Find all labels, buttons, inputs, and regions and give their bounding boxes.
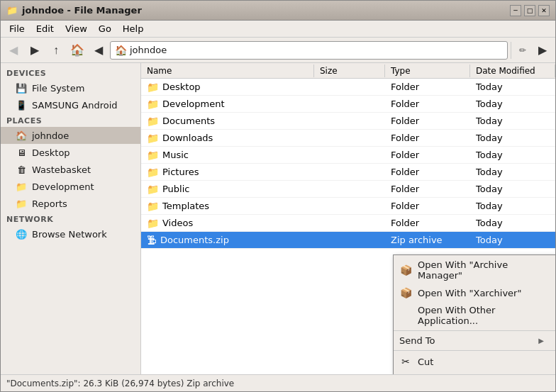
status-text: "Documents.zip": 26.3 KiB (26,974 bytes)… (6, 379, 234, 388)
file-type-templates: Folder (385, 201, 470, 211)
sidebar-label-desktop: Desktop (32, 147, 70, 158)
ctx-label-send-to: Send To (399, 335, 435, 346)
col-header-type[interactable]: Type (385, 65, 470, 77)
sidebar-item-filesystem[interactable]: 💾 File System (1, 79, 140, 96)
close-button[interactable]: ✕ (538, 5, 550, 16)
copy-icon: 📋 (399, 374, 412, 374)
open-other-icon (399, 309, 412, 322)
sidebar-item-desktop[interactable]: 🖥 Desktop (1, 144, 140, 161)
archive-manager-icon: 📦 (399, 264, 412, 276)
ctx-label-open-archive: Open With "Archive Manager" (418, 259, 544, 281)
file-name-templates: 📁 Templates (141, 201, 314, 212)
johndoe-icon: 🏠 (15, 129, 28, 142)
sidebar-label-reports: Reports (32, 198, 67, 209)
ctx-open-archive-manager[interactable]: 📦 Open With "Archive Manager" (394, 257, 555, 284)
send-to-arrow-icon: ▶ (538, 337, 544, 345)
table-row[interactable]: 📁 Videos Folder Today (141, 215, 555, 232)
sidebar-label-johndoe: johndoe (32, 130, 69, 141)
sidebar-item-development[interactable]: 📁 Development (1, 178, 140, 195)
file-date-public: Today (470, 184, 555, 194)
maximize-button[interactable]: □ (524, 5, 535, 16)
col-header-name[interactable]: Name (141, 65, 314, 77)
file-type-public: Folder (385, 184, 470, 194)
col-header-size[interactable]: Size (314, 65, 385, 77)
file-name-downloads: 📁 Downloads (141, 133, 314, 144)
table-row[interactable]: 📁 Music Folder Today (141, 147, 555, 164)
file-date-pictures: Today (470, 167, 555, 177)
file-date-documents: Today (470, 116, 555, 126)
file-date-documentszip: Today (470, 235, 555, 245)
ctx-open-xarchiver[interactable]: 📦 Open With "Xarchiver" (394, 284, 555, 302)
sidebar-places-header: PLACES (1, 113, 140, 127)
sidebar-network-header: NETWORK (1, 212, 140, 225)
cut-icon: ✂ (399, 355, 412, 368)
file-type-desktop: Folder (385, 82, 470, 92)
file-name-desktop: 📁 Desktop (141, 82, 314, 93)
window-title: johndoe - File Manager (22, 5, 142, 16)
sidebar-devices-header: DEVICES (1, 66, 140, 79)
file-name-pictures: 📁 Pictures (141, 167, 314, 178)
title-bar-left: 📁 johndoe - File Manager (6, 5, 142, 16)
toolbar-separator (511, 42, 511, 59)
file-type-pictures: Folder (385, 167, 470, 177)
ctx-separator-2 (394, 350, 555, 351)
up-button[interactable]: ↑ (46, 40, 66, 60)
menu-edit[interactable]: Edit (30, 22, 60, 35)
sidebar-item-samsung[interactable]: 📱 SAMSUNG Android (1, 96, 140, 113)
location-bar: 🏠 johndoe (110, 41, 508, 60)
next-location-button[interactable]: ▶ (533, 40, 552, 60)
file-date-desktop: Today (470, 82, 555, 92)
file-name-videos: 📁 Videos (141, 218, 314, 229)
file-manager-window: 📁 johndoe - File Manager ─ □ ✕ File Edit… (0, 0, 556, 392)
ctx-separator-1 (394, 330, 555, 331)
menu-help[interactable]: Help (117, 22, 150, 35)
table-row[interactable]: 📁 Pictures Folder Today (141, 164, 555, 181)
sidebar-item-reports[interactable]: 📁 Reports (1, 195, 140, 212)
sidebar-item-browse-network[interactable]: 🌐 Browse Network (1, 225, 140, 242)
file-name-public: 📁 Public (141, 184, 314, 195)
samsung-icon: 📱 (15, 99, 28, 111)
main-content: DEVICES 💾 File System 📱 SAMSUNG Android … (1, 63, 555, 374)
table-row[interactable]: 📁 Public Folder Today (141, 181, 555, 198)
back-button[interactable]: ◀ (4, 40, 23, 60)
forward-button[interactable]: ▶ (25, 40, 45, 60)
sidebar-item-wastebasket[interactable]: 🗑 Wastebasket (1, 161, 140, 178)
table-row[interactable]: 📁 Documents Folder Today (141, 113, 555, 130)
minimize-button[interactable]: ─ (510, 5, 521, 16)
location-text: johndoe (130, 45, 167, 55)
toolbar: ◀ ▶ ↑ 🏠 ◀ 🏠 johndoe ✏ ▶ (1, 38, 555, 63)
file-name-documents: 📁 Documents (141, 116, 314, 127)
file-date-videos: Today (470, 218, 555, 228)
menu-file[interactable]: File (4, 22, 30, 35)
edit-location-button[interactable]: ✏ (514, 42, 531, 59)
ctx-label-cut: Cut (418, 357, 433, 367)
table-row[interactable]: 📁 Downloads Folder Today (141, 130, 555, 147)
ctx-copy[interactable]: 📋 Copy (394, 371, 555, 374)
window-icon: 📁 (6, 5, 18, 16)
file-date-templates: Today (470, 201, 555, 211)
file-list-header: Name Size Type Date Modified (141, 63, 555, 79)
ctx-open-other[interactable]: Open With Other Application... (394, 302, 555, 329)
ctx-label-open-other: Open With Other Application... (418, 305, 544, 326)
table-row-selected[interactable]: 🗜 Documents.zip Zip archive Today (141, 232, 555, 249)
sidebar-item-johndoe[interactable]: 🏠 johndoe (1, 127, 140, 144)
desktop-icon: 🖥 (15, 146, 28, 159)
ctx-cut[interactable]: ✂ Cut (394, 352, 555, 371)
status-bar: "Documents.zip": 26.3 KiB (26,974 bytes)… (1, 374, 555, 391)
prev-location-button[interactable]: ◀ (89, 40, 109, 60)
file-name-development: 📁 Development (141, 99, 314, 110)
table-row[interactable]: 📁 Desktop Folder Today (141, 79, 555, 96)
menu-view[interactable]: View (60, 22, 93, 35)
col-header-date[interactable]: Date Modified (470, 65, 555, 77)
home-button[interactable]: 🏠 (67, 40, 87, 60)
table-row[interactable]: 📁 Development Folder Today (141, 96, 555, 113)
menu-bar: File Edit View Go Help (1, 21, 555, 38)
sidebar-label-filesystem: File System (32, 83, 84, 94)
ctx-send-to[interactable]: Send To ▶ (394, 332, 555, 349)
table-row[interactable]: 📁 Templates Folder Today (141, 198, 555, 215)
window-controls[interactable]: ─ □ ✕ (510, 5, 550, 16)
file-name-documentszip: 🗜 Documents.zip (141, 235, 314, 246)
menu-go[interactable]: Go (93, 22, 117, 35)
file-type-videos: Folder (385, 218, 470, 228)
sidebar-label-wastebasket: Wastebasket (32, 164, 91, 175)
